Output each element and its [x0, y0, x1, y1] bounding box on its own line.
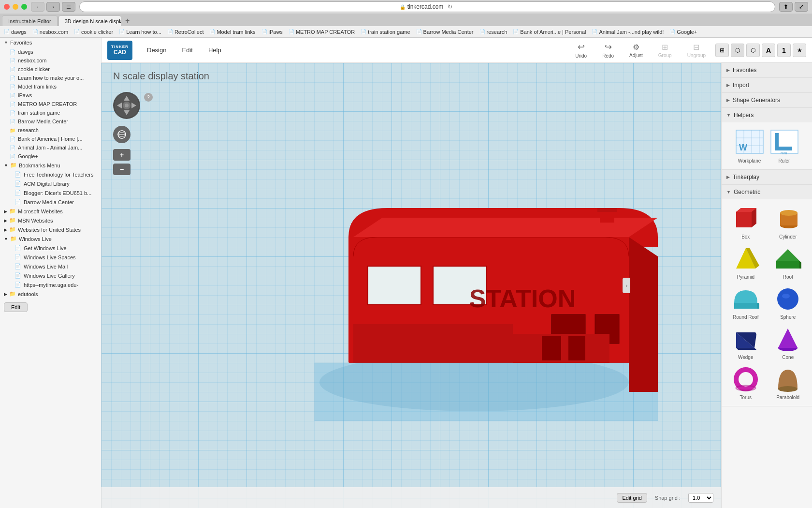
sidebar-item-animal[interactable]: 📄Animal Jam - Animal Jam...	[0, 143, 101, 152]
shape-paraboloid[interactable]: Paraboloid	[768, 364, 809, 402]
bookmark-bank[interactable]: 📄Bank of Ameri...e | Personal	[513, 29, 586, 35]
sidebar-item-google[interactable]: 📄Google+	[0, 152, 101, 161]
minimize-button[interactable]	[13, 4, 18, 10]
nav-design-button[interactable]: Design	[140, 44, 173, 56]
tab-instructable[interactable]: Instructable Editor	[2, 15, 58, 26]
text-tool-button[interactable]: A	[762, 44, 775, 57]
edit-grid-button[interactable]: Edit grid	[617, 493, 647, 503]
3d-view-button[interactable]: ⬡	[731, 44, 744, 57]
redo-button[interactable]: ↪ Redo	[596, 40, 620, 60]
sidebar-item-research[interactable]: 📁research	[0, 126, 101, 134]
sidebar-item-wl-spaces[interactable]: 📄Windows Live Spaces	[0, 253, 101, 262]
sidebar-item-learn[interactable]: 📄Learn how to make your o...	[0, 74, 101, 82]
nav-help-button[interactable]: Help	[202, 44, 228, 56]
shape-roof[interactable]: Roof	[768, 243, 809, 282]
panel-helpers-header[interactable]: ▼ Helpers	[722, 108, 812, 122]
sidebar-item-tram[interactable]: 📄Model tram links	[0, 82, 101, 91]
bookmark-cookie[interactable]: 📄cookie clicker	[74, 29, 113, 35]
bookmark-dawgs[interactable]: 📄dawgs	[4, 29, 27, 35]
sidebar-item-blogger[interactable]: 📄Blogger: Dicer's EDU651 b...	[0, 188, 101, 197]
snap-grid-select[interactable]: 1.0 0.5 0.25 2.0	[688, 493, 713, 503]
panel-shape-generators-header[interactable]: ▶ Shape Generators	[722, 93, 812, 107]
tab-tinkercad[interactable]: 3D design N scale display station | Tink…	[58, 15, 121, 26]
address-bar[interactable]: 🔒 tinkercad.com ↻	[79, 1, 775, 12]
bookmark-metro[interactable]: 📄METRO MAP CREATOR	[289, 29, 355, 35]
shape-sphere[interactable]: Sphere	[768, 284, 809, 322]
shape-torus[interactable]: Torus	[725, 364, 766, 402]
shape-cylinder[interactable]: Cylinder	[768, 203, 809, 241]
sidebar-item-nesbox[interactable]: 📄nesbox.com	[0, 56, 101, 65]
sidebar-edutools-header[interactable]: ▶ 📁 edutools	[0, 289, 101, 299]
adjust-button[interactable]: ⚙ Adjust	[624, 41, 649, 60]
bookmark-tram[interactable]: 📄Model tram links	[209, 29, 255, 35]
shape-view-button[interactable]: ⬡	[746, 44, 760, 57]
nav-circle[interactable]	[113, 92, 140, 119]
shape-cone[interactable]: Cone	[768, 324, 809, 362]
shape-box[interactable]: Box	[725, 203, 766, 241]
sidebar-item-cookie[interactable]: 📄cookie clicker	[0, 65, 101, 74]
undo-button[interactable]: ↩ Undo	[569, 40, 593, 60]
nav-edit-button[interactable]: Edit	[175, 44, 199, 56]
bookmark-learn[interactable]: 📄Learn how to...	[119, 29, 161, 35]
star-button[interactable]: ★	[793, 44, 806, 57]
sidebar-item-ipaws[interactable]: 📄iPaws	[0, 91, 101, 100]
bookmark-train[interactable]: 📄train station game	[361, 29, 410, 35]
tinkercad-logo[interactable]: TINKER CAD	[107, 41, 132, 60]
bookmark-retro[interactable]: 📄RetroCollect	[167, 29, 204, 35]
back-button[interactable]: ‹	[31, 2, 44, 12]
shape-wedge[interactable]: Wedge	[725, 324, 766, 362]
panel-geometric-header[interactable]: ▼ Geometric	[722, 185, 812, 199]
panel-favorites-header[interactable]: ▶ Favorites	[722, 63, 812, 77]
bookmark-ipaws[interactable]: 📄iPaws	[261, 29, 283, 35]
shape-round-roof[interactable]: Round Roof	[725, 284, 766, 322]
sidebar-item-dawgs[interactable]: 📄dawgs	[0, 47, 101, 56]
number-tool-button[interactable]: 1	[777, 44, 791, 57]
ruler-helper[interactable]: mm Ruler	[769, 128, 800, 164]
bookmark-barrow[interactable]: 📄Barrow Media Center	[416, 29, 474, 35]
maximize-button[interactable]	[21, 4, 27, 10]
navigation-control[interactable]	[113, 92, 140, 119]
sidebar-item-metro[interactable]: 📄METRO MAP CREATOR	[0, 100, 101, 108]
sidebar-item-wl-gallery[interactable]: 📄Windows Live Gallery	[0, 271, 101, 280]
help-button[interactable]: ?	[144, 93, 153, 102]
zoom-in-button[interactable]: +	[113, 149, 130, 161]
sidebar-item-get-windows[interactable]: 📄Get Windows Live	[0, 243, 101, 253]
sidebar-item-train[interactable]: 📄train station game	[0, 108, 101, 117]
sidebar-websites-header[interactable]: ▶ 📁 Websites for United States	[0, 225, 101, 234]
panel-collapse-button[interactable]: ›	[623, 278, 630, 293]
sidebar-edit-button[interactable]: Edit	[4, 302, 28, 312]
bookmark-google[interactable]: 📄Google+	[669, 29, 697, 35]
sidebar-msn-header[interactable]: ▶ 📁 MSN Websites	[0, 216, 101, 225]
bookmark-research[interactable]: 📄research	[479, 29, 508, 35]
group-button[interactable]: ⊞ Group	[652, 41, 678, 60]
sidebar-item-barrow[interactable]: 📄Barrow Media Center	[0, 117, 101, 126]
close-button[interactable]	[4, 4, 10, 10]
grid-view-button[interactable]: ⊞	[715, 44, 729, 57]
sidebar-favorites-header[interactable]: ▼ Favorites	[0, 38, 101, 47]
bookmark-nesbox[interactable]: 📄nesbox.com	[32, 29, 68, 35]
bookmark-animal[interactable]: 📄Animal Jam -...nd play wild!	[592, 29, 664, 35]
sidebar-windowslive-header[interactable]: ▼ 📁 Windows Live	[0, 234, 101, 243]
new-tab-button[interactable]: +	[122, 15, 133, 26]
zoom-out-button[interactable]: −	[113, 164, 130, 175]
canvas-area[interactable]: N scale display station	[102, 63, 721, 508]
share-button[interactable]: ⬆	[779, 2, 793, 12]
sidebar-item-barrow2[interactable]: 📄Barrow Media Center	[0, 197, 101, 207]
panel-tinkerplay-header[interactable]: ▶ Tinkerplay	[722, 170, 812, 184]
forward-button[interactable]: ›	[46, 2, 60, 12]
fullscreen-button[interactable]: ⤢	[795, 2, 808, 12]
sidebar-item-acm[interactable]: 📄ACM Digital Library	[0, 179, 101, 188]
workplane-helper[interactable]: W Workplane	[734, 128, 765, 164]
sidebar-toggle-button[interactable]: ☰	[62, 2, 75, 12]
sidebar-bookmarks-menu-header[interactable]: ▼ 📁 Bookmarks Menu	[0, 161, 101, 170]
sidebar-item-mytime[interactable]: 📄https--mytime.uga.edu-	[0, 280, 101, 289]
shape-pyramid[interactable]: Pyramid	[725, 243, 766, 282]
sidebar-microsoft-header[interactable]: ▶ 📁 Microsoft Websites	[0, 207, 101, 216]
home-view-button[interactable]	[113, 126, 130, 143]
sidebar-item-wl-mail[interactable]: 📄Windows Live Mail	[0, 262, 101, 271]
sidebar-item-free-tech[interactable]: 📄Free Technology for Teachers	[0, 170, 101, 179]
panel-import-header[interactable]: ▶ Import	[722, 78, 812, 92]
ungroup-button[interactable]: ⊟ Ungroup	[682, 41, 711, 60]
sidebar-item-bank[interactable]: 📄Bank of America | Home |...	[0, 134, 101, 143]
reload-button[interactable]: ↻	[445, 2, 455, 12]
